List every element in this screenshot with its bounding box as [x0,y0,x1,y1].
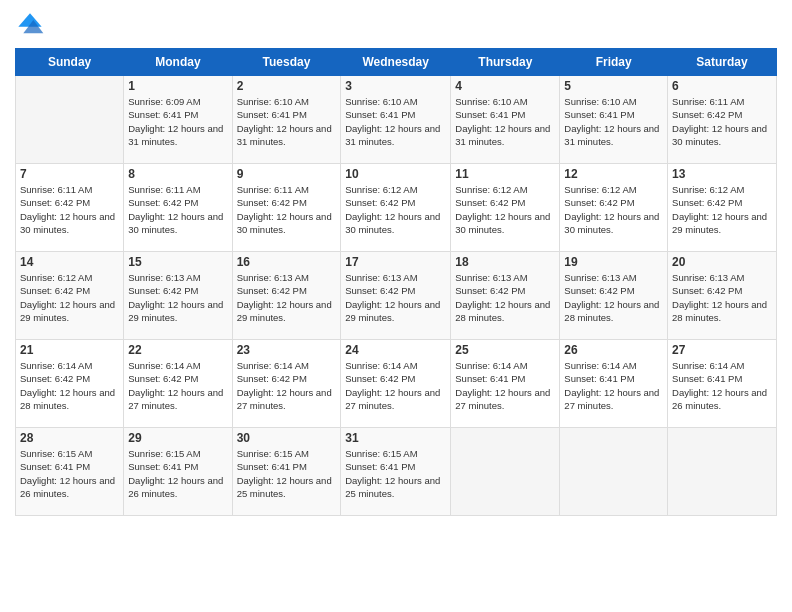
calendar-cell: 1Sunrise: 6:09 AMSunset: 6:41 PMDaylight… [124,76,232,164]
calendar-cell: 18Sunrise: 6:13 AMSunset: 6:42 PMDayligh… [451,252,560,340]
calendar-week-row: 1Sunrise: 6:09 AMSunset: 6:41 PMDaylight… [16,76,777,164]
day-info: Sunrise: 6:15 AMSunset: 6:41 PMDaylight:… [128,447,227,500]
calendar-week-row: 14Sunrise: 6:12 AMSunset: 6:42 PMDayligh… [16,252,777,340]
calendar-cell [16,76,124,164]
day-info: Sunrise: 6:12 AMSunset: 6:42 PMDaylight:… [345,183,446,236]
day-number: 17 [345,255,446,269]
day-number: 4 [455,79,555,93]
day-info: Sunrise: 6:13 AMSunset: 6:42 PMDaylight:… [237,271,337,324]
calendar-cell: 23Sunrise: 6:14 AMSunset: 6:42 PMDayligh… [232,340,341,428]
day-info: Sunrise: 6:12 AMSunset: 6:42 PMDaylight:… [455,183,555,236]
calendar-cell: 24Sunrise: 6:14 AMSunset: 6:42 PMDayligh… [341,340,451,428]
calendar-cell: 14Sunrise: 6:12 AMSunset: 6:42 PMDayligh… [16,252,124,340]
day-info: Sunrise: 6:13 AMSunset: 6:42 PMDaylight:… [345,271,446,324]
calendar-cell: 9Sunrise: 6:11 AMSunset: 6:42 PMDaylight… [232,164,341,252]
day-info: Sunrise: 6:14 AMSunset: 6:42 PMDaylight:… [20,359,119,412]
calendar-cell: 25Sunrise: 6:14 AMSunset: 6:41 PMDayligh… [451,340,560,428]
day-number: 23 [237,343,337,357]
calendar-table: SundayMondayTuesdayWednesdayThursdayFrid… [15,48,777,516]
calendar-cell: 12Sunrise: 6:12 AMSunset: 6:42 PMDayligh… [560,164,668,252]
weekday-header: Tuesday [232,49,341,76]
day-info: Sunrise: 6:14 AMSunset: 6:41 PMDaylight:… [455,359,555,412]
day-info: Sunrise: 6:12 AMSunset: 6:42 PMDaylight:… [20,271,119,324]
calendar-cell: 29Sunrise: 6:15 AMSunset: 6:41 PMDayligh… [124,428,232,516]
day-info: Sunrise: 6:14 AMSunset: 6:42 PMDaylight:… [128,359,227,412]
weekday-header: Wednesday [341,49,451,76]
calendar-header: SundayMondayTuesdayWednesdayThursdayFrid… [16,49,777,76]
day-info: Sunrise: 6:11 AMSunset: 6:42 PMDaylight:… [20,183,119,236]
calendar-cell: 27Sunrise: 6:14 AMSunset: 6:41 PMDayligh… [668,340,777,428]
day-number: 15 [128,255,227,269]
calendar-cell: 4Sunrise: 6:10 AMSunset: 6:41 PMDaylight… [451,76,560,164]
day-number: 16 [237,255,337,269]
logo-icon [15,10,45,40]
day-number: 31 [345,431,446,445]
day-number: 14 [20,255,119,269]
calendar-body: 1Sunrise: 6:09 AMSunset: 6:41 PMDaylight… [16,76,777,516]
weekday-row: SundayMondayTuesdayWednesdayThursdayFrid… [16,49,777,76]
day-info: Sunrise: 6:12 AMSunset: 6:42 PMDaylight:… [672,183,772,236]
day-number: 21 [20,343,119,357]
day-number: 29 [128,431,227,445]
day-info: Sunrise: 6:10 AMSunset: 6:41 PMDaylight:… [455,95,555,148]
day-number: 1 [128,79,227,93]
day-number: 9 [237,167,337,181]
calendar-cell: 13Sunrise: 6:12 AMSunset: 6:42 PMDayligh… [668,164,777,252]
day-info: Sunrise: 6:14 AMSunset: 6:42 PMDaylight:… [237,359,337,412]
calendar-cell: 3Sunrise: 6:10 AMSunset: 6:41 PMDaylight… [341,76,451,164]
calendar-cell: 10Sunrise: 6:12 AMSunset: 6:42 PMDayligh… [341,164,451,252]
weekday-header: Friday [560,49,668,76]
day-number: 24 [345,343,446,357]
day-number: 27 [672,343,772,357]
day-info: Sunrise: 6:09 AMSunset: 6:41 PMDaylight:… [128,95,227,148]
calendar-cell: 28Sunrise: 6:15 AMSunset: 6:41 PMDayligh… [16,428,124,516]
calendar-cell: 26Sunrise: 6:14 AMSunset: 6:41 PMDayligh… [560,340,668,428]
day-info: Sunrise: 6:14 AMSunset: 6:41 PMDaylight:… [564,359,663,412]
day-number: 19 [564,255,663,269]
day-number: 2 [237,79,337,93]
day-number: 30 [237,431,337,445]
day-number: 8 [128,167,227,181]
calendar-cell: 8Sunrise: 6:11 AMSunset: 6:42 PMDaylight… [124,164,232,252]
calendar-cell: 16Sunrise: 6:13 AMSunset: 6:42 PMDayligh… [232,252,341,340]
day-info: Sunrise: 6:14 AMSunset: 6:42 PMDaylight:… [345,359,446,412]
day-number: 28 [20,431,119,445]
calendar-cell: 17Sunrise: 6:13 AMSunset: 6:42 PMDayligh… [341,252,451,340]
calendar-cell: 7Sunrise: 6:11 AMSunset: 6:42 PMDaylight… [16,164,124,252]
day-info: Sunrise: 6:12 AMSunset: 6:42 PMDaylight:… [564,183,663,236]
day-number: 13 [672,167,772,181]
calendar-cell: 6Sunrise: 6:11 AMSunset: 6:42 PMDaylight… [668,76,777,164]
day-info: Sunrise: 6:11 AMSunset: 6:42 PMDaylight:… [237,183,337,236]
calendar-cell: 5Sunrise: 6:10 AMSunset: 6:41 PMDaylight… [560,76,668,164]
day-info: Sunrise: 6:13 AMSunset: 6:42 PMDaylight:… [672,271,772,324]
day-info: Sunrise: 6:10 AMSunset: 6:41 PMDaylight:… [237,95,337,148]
day-number: 22 [128,343,227,357]
day-number: 10 [345,167,446,181]
day-info: Sunrise: 6:15 AMSunset: 6:41 PMDaylight:… [345,447,446,500]
day-info: Sunrise: 6:11 AMSunset: 6:42 PMDaylight:… [672,95,772,148]
day-info: Sunrise: 6:13 AMSunset: 6:42 PMDaylight:… [564,271,663,324]
day-info: Sunrise: 6:10 AMSunset: 6:41 PMDaylight:… [345,95,446,148]
logo [15,10,49,40]
calendar-cell: 21Sunrise: 6:14 AMSunset: 6:42 PMDayligh… [16,340,124,428]
weekday-header: Monday [124,49,232,76]
calendar-cell: 19Sunrise: 6:13 AMSunset: 6:42 PMDayligh… [560,252,668,340]
day-info: Sunrise: 6:11 AMSunset: 6:42 PMDaylight:… [128,183,227,236]
day-number: 12 [564,167,663,181]
calendar-week-row: 7Sunrise: 6:11 AMSunset: 6:42 PMDaylight… [16,164,777,252]
day-number: 5 [564,79,663,93]
calendar-cell [668,428,777,516]
calendar-week-row: 21Sunrise: 6:14 AMSunset: 6:42 PMDayligh… [16,340,777,428]
weekday-header: Saturday [668,49,777,76]
calendar-cell [451,428,560,516]
calendar-cell: 15Sunrise: 6:13 AMSunset: 6:42 PMDayligh… [124,252,232,340]
calendar-week-row: 28Sunrise: 6:15 AMSunset: 6:41 PMDayligh… [16,428,777,516]
weekday-header: Sunday [16,49,124,76]
day-number: 3 [345,79,446,93]
calendar-cell: 31Sunrise: 6:15 AMSunset: 6:41 PMDayligh… [341,428,451,516]
day-info: Sunrise: 6:14 AMSunset: 6:41 PMDaylight:… [672,359,772,412]
day-number: 11 [455,167,555,181]
day-number: 18 [455,255,555,269]
day-number: 7 [20,167,119,181]
day-number: 26 [564,343,663,357]
